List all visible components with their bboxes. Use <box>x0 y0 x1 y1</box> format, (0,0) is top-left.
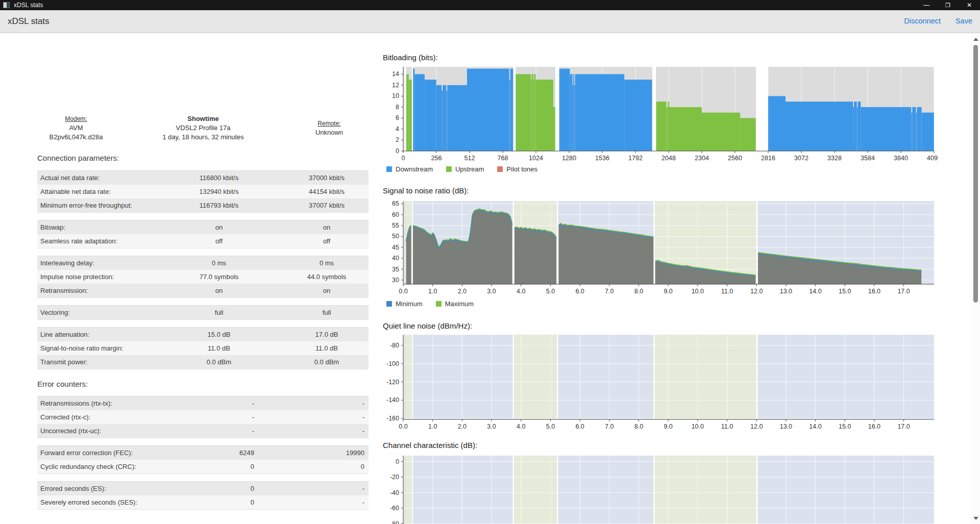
legend-item: Maximum <box>436 300 474 308</box>
svg-text:768: 768 <box>498 155 508 162</box>
svg-text:-20: -20 <box>390 473 399 481</box>
downstream-value: 116800 kbit/s <box>160 174 278 182</box>
upstream-value: 11.0 dB <box>285 344 369 352</box>
table-row: Impulse noise protection:77.0 symbols44.… <box>37 270 369 284</box>
disconnect-button[interactable]: Disconnect <box>904 17 941 25</box>
table-group: Line attenuation:15.0 dB17.0 dBSignal-to… <box>37 327 369 369</box>
svg-text:2.0: 2.0 <box>458 423 467 430</box>
table-row: Actual net data rate:116800 kbit/s37000 … <box>37 171 369 185</box>
svg-text:8.0: 8.0 <box>634 288 643 295</box>
table-row: Interleaving delay:0 ms0 ms <box>37 256 369 270</box>
cc-chart-title: Channel characteristic (dB): <box>383 441 477 450</box>
table-group: Interleaving delay:0 ms0 msImpulse noise… <box>37 256 369 298</box>
svg-text:3.0: 3.0 <box>487 288 496 295</box>
vertical-scrollbar[interactable] <box>971 34 980 524</box>
svg-text:65: 65 <box>392 201 399 207</box>
row-label: Retransmissions (rtx-tx): <box>37 400 160 407</box>
svg-text:1.0: 1.0 <box>428 423 437 430</box>
svg-text:12.0: 12.0 <box>750 423 763 430</box>
scrollbar-thumb[interactable] <box>973 45 978 303</box>
downstream-value: off <box>160 237 278 245</box>
min-legend-swatch-icon <box>386 301 392 307</box>
upstream-value: 37000 kbit/s <box>285 174 369 182</box>
svg-text:6.0: 6.0 <box>575 423 584 430</box>
svg-text:15.0: 15.0 <box>839 423 851 430</box>
svg-text:3072: 3072 <box>794 155 808 162</box>
svg-text:-160: -160 <box>386 415 399 422</box>
app-icon <box>3 2 10 8</box>
svg-text:14.0: 14.0 <box>809 288 821 295</box>
svg-text:60: 60 <box>392 211 399 218</box>
row-label: Interleaving delay: <box>37 259 160 267</box>
svg-text:10.0: 10.0 <box>692 423 704 430</box>
legend-item: Upstream <box>446 165 484 173</box>
table-group: Vectoring:fullfull <box>37 305 369 320</box>
upstream-value: 17.0 dB <box>285 331 369 338</box>
svg-text:-100: -100 <box>386 360 399 367</box>
table-row: Cyclic redundancy check (CRC):00 <box>37 460 369 473</box>
connection-parameters-heading: Connection parameters: <box>37 154 119 162</box>
upstream-value: on <box>285 287 369 294</box>
legend-label: Minimum <box>396 300 423 308</box>
table-row: Line attenuation:15.0 dB17.0 dB <box>37 328 369 341</box>
row-label: Line attenuation: <box>37 331 160 338</box>
svg-text:13.0: 13.0 <box>780 423 792 430</box>
svg-text:3840: 3840 <box>894 155 908 162</box>
svg-text:-120: -120 <box>386 379 399 386</box>
svg-text:16.0: 16.0 <box>868 288 880 295</box>
close-button[interactable]: ✕ <box>959 0 980 10</box>
app-header: xDSL stats Disconnect Save <box>0 10 980 33</box>
svg-text:3584: 3584 <box>861 155 875 162</box>
svg-text:9.0: 9.0 <box>664 423 672 430</box>
svg-text:6: 6 <box>396 114 399 121</box>
downstream-legend-swatch-icon <box>386 166 392 172</box>
row-label: Attainable net data rate: <box>37 188 160 195</box>
minimize-button[interactable]: — <box>916 0 937 10</box>
table-row: Uncorrected (rtx-uc):-- <box>37 424 369 438</box>
upstream-value: - <box>285 427 369 435</box>
downstream-value: full <box>160 309 278 316</box>
row-label: Bitswap: <box>37 223 160 231</box>
bitloading-legend: DownstreamUpstreamPilot tones <box>386 165 537 173</box>
upstream-value: on <box>285 223 369 231</box>
downstream-value: 0 <box>160 463 254 470</box>
row-label: Cyclic redundancy check (CRC): <box>37 463 160 470</box>
table-row: Retransmission:onon <box>37 284 369 297</box>
svg-text:7.0: 7.0 <box>605 423 614 430</box>
svg-text:2048: 2048 <box>662 155 676 162</box>
page-title: xDSL stats <box>8 16 50 27</box>
svg-text:14: 14 <box>392 70 399 78</box>
downstream-value: 116793 kbit/s <box>160 202 278 209</box>
row-label: Corrected (rtx-c): <box>37 413 160 421</box>
svg-text:2: 2 <box>396 136 399 143</box>
table-row: Seamless rate adaptation:offoff <box>37 234 369 248</box>
svg-text:-40: -40 <box>390 489 399 496</box>
svg-text:6.0: 6.0 <box>575 288 584 295</box>
svg-text:7.0: 7.0 <box>605 288 614 295</box>
svg-text:-80: -80 <box>390 342 399 349</box>
svg-text:4.0: 4.0 <box>517 288 525 295</box>
upstream-value: 0.0 dBm <box>285 358 369 366</box>
table-row: Errored seconds (ES):0- <box>37 482 369 495</box>
svg-text:0.0: 0.0 <box>399 423 407 430</box>
scrollbar-up-icon[interactable] <box>973 38 978 41</box>
svg-text:4096: 4096 <box>927 155 938 162</box>
svg-text:15.0: 15.0 <box>839 288 851 295</box>
save-button[interactable]: Save <box>955 17 972 25</box>
snr-legend: MinimumMaximum <box>386 300 474 308</box>
row-label: Minimum error-free throughput: <box>37 202 160 209</box>
remote-info: Remote: Unknown <box>291 119 368 137</box>
downstream-value: 77.0 symbols <box>160 273 278 281</box>
restore-button[interactable]: ❐ <box>937 0 959 10</box>
table-group: Bitswap:ononSeamless rate adaptation:off… <box>37 220 369 248</box>
row-label: Vectoring: <box>37 309 160 316</box>
legend-label: Maximum <box>445 300 474 308</box>
svg-text:10: 10 <box>392 92 399 99</box>
svg-text:512: 512 <box>464 155 475 162</box>
downstream-value: on <box>160 223 278 231</box>
svg-text:-60: -60 <box>390 505 399 512</box>
scrollbar-down-icon[interactable] <box>973 517 978 520</box>
svg-text:8: 8 <box>396 104 399 111</box>
legend-label: Upstream <box>455 165 484 173</box>
line-status: Showtime <box>147 114 259 123</box>
